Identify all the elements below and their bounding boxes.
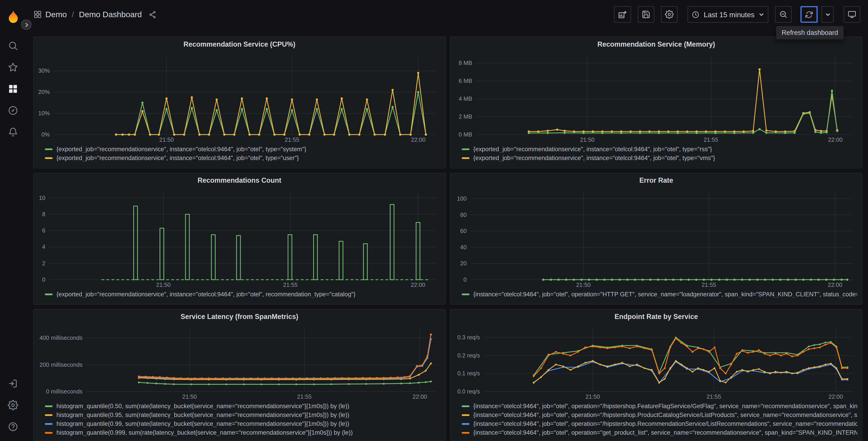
legend-label[interactable]: {exported_job="recommendationservice", i… xyxy=(57,146,306,152)
svg-text:21:50: 21:50 xyxy=(585,393,600,400)
legend-label[interactable]: {exported_job="recommendationservice", i… xyxy=(57,155,299,161)
legend-label[interactable]: histogram_quantile(0.999, sum(rate(laten… xyxy=(57,429,353,436)
svg-text:22:00: 22:00 xyxy=(411,137,425,143)
svg-text:6 MB: 6 MB xyxy=(459,78,472,84)
tv-mode-button[interactable] xyxy=(843,6,860,23)
legend-item: {exported_job="recommendationservice", i… xyxy=(462,153,857,162)
legend-label[interactable]: histogram_quantile(0.99, sum(rate(latenc… xyxy=(57,420,349,427)
svg-text:8: 8 xyxy=(42,211,45,217)
legend-swatch xyxy=(45,432,53,433)
svg-text:22:00: 22:00 xyxy=(828,137,843,143)
svg-text:0.3 req/s: 0.3 req/s xyxy=(457,334,480,341)
legend-swatch xyxy=(462,157,469,159)
svg-text:0 milliseconds: 0 milliseconds xyxy=(46,388,82,394)
panel-service-latency: Service Latency (from SpanMetrics) 0 mil… xyxy=(33,309,446,441)
help-icon[interactable] xyxy=(2,416,24,437)
panel-title[interactable]: Error Rate xyxy=(451,173,862,188)
sidebar-expand-chevron[interactable] xyxy=(21,20,31,30)
search-icon[interactable] xyxy=(2,35,24,56)
panel-title[interactable]: Recommendations Count xyxy=(34,173,445,188)
svg-text:200 milliseconds: 200 milliseconds xyxy=(40,361,83,368)
svg-text:0: 0 xyxy=(463,276,467,283)
share-icon[interactable] xyxy=(149,10,157,19)
svg-text:400 milliseconds: 400 milliseconds xyxy=(40,334,83,341)
alerting-bell-icon[interactable] xyxy=(2,121,24,143)
zoom-out-icon xyxy=(779,10,788,19)
legend-swatch xyxy=(462,423,469,424)
panel-recommendations-count: Recommendations Count 024681021:5021:552… xyxy=(33,173,446,304)
star-icon[interactable] xyxy=(2,57,24,78)
svg-text:0: 0 xyxy=(42,276,45,283)
breadcrumb-separator: / xyxy=(72,10,74,19)
add-panel-icon xyxy=(618,10,627,19)
time-range-label: Last 15 minutes xyxy=(704,10,755,19)
svg-text:0.1 req/s: 0.1 req/s xyxy=(457,371,480,377)
legend-item: histogram_quantile(0.50, sum(rate(latenc… xyxy=(45,402,440,410)
panel-recommendation-cpu: Recommendation Service (CPU%) 0%10%20%30… xyxy=(33,36,446,168)
panel-endpoint-rate: Endpoint Rate by Service 0.0 req/s0.1 re… xyxy=(450,309,863,441)
legend-label[interactable]: {instance="otelcol:9464", job="otel", op… xyxy=(473,291,858,297)
refresh-interval-caret-button[interactable] xyxy=(822,6,834,23)
panel-title[interactable]: Recommendation Service (CPU%) xyxy=(34,37,445,52)
svg-text:2 MB: 2 MB xyxy=(459,113,472,120)
legend-label[interactable]: {instance="otelcol:9464", job="otel", op… xyxy=(473,412,858,418)
legend-item: {instance="otelcol:9464", job="otel", op… xyxy=(462,290,857,298)
svg-text:21:55: 21:55 xyxy=(285,137,299,143)
top-nav: Demo / Demo Dashboard Last 15 minutes xyxy=(26,0,868,29)
legend-label[interactable]: histogram_quantile(0.95, sum(rate(latenc… xyxy=(57,412,349,418)
dashboards-icon[interactable] xyxy=(2,78,24,99)
svg-text:2: 2 xyxy=(42,260,45,266)
svg-text:10%: 10% xyxy=(38,110,50,116)
legend: {exported_job="recommendationservice", i… xyxy=(34,144,445,165)
legend-item: histogram_quantile(0.999, sum(rate(laten… xyxy=(45,428,440,437)
panel-title[interactable]: Service Latency (from SpanMetrics) xyxy=(34,310,445,324)
legend-label[interactable]: {exported_job="recommendationservice", i… xyxy=(473,155,715,161)
bar-chart[interactable]: 024681021:5021:5522:00 xyxy=(34,188,444,288)
legend-swatch xyxy=(462,414,469,416)
time-series-chart[interactable]: 0 MB2 MB4 MB6 MB8 MB21:5021:5522:00 xyxy=(451,52,861,144)
time-series-chart[interactable]: 0 milliseconds200 milliseconds400 millis… xyxy=(34,324,444,401)
sign-in-icon[interactable] xyxy=(2,373,24,394)
time-series-chart[interactable]: 02040608010021:5021:5522:00 xyxy=(451,188,861,288)
legend-swatch xyxy=(462,148,469,150)
explore-compass-icon[interactable] xyxy=(2,99,24,121)
save-icon xyxy=(642,10,651,19)
time-series-chart[interactable]: 0.0 req/s0.1 req/s0.2 req/s0.3 req/s21:5… xyxy=(451,324,861,401)
zoom-out-button[interactable] xyxy=(775,6,792,23)
legend-label[interactable]: {exported_job="recommendationservice", i… xyxy=(473,146,712,152)
svg-text:0 MB: 0 MB xyxy=(459,131,472,138)
breadcrumb-root[interactable]: Demo xyxy=(45,10,67,19)
legend-item: {exported_job="recommendationservice", i… xyxy=(462,145,857,153)
save-dashboard-button[interactable] xyxy=(638,6,654,23)
breadcrumb-current: Demo Dashboard xyxy=(79,10,142,19)
monitor-icon xyxy=(847,10,856,19)
dashboards-grid-icon[interactable] xyxy=(33,10,42,19)
panel-error-rate: Error Rate 02040608010021:5021:5522:00 {… xyxy=(450,173,863,304)
legend-label[interactable]: {instance="otelcol:9464", job="otel", op… xyxy=(473,420,858,427)
add-panel-button[interactable] xyxy=(614,6,631,23)
legend-label[interactable]: {instance="otelcol:9464", job="otel", op… xyxy=(473,403,858,409)
svg-text:21:55: 21:55 xyxy=(297,393,312,400)
legend-label[interactable]: {exported_job="recommendationservice", i… xyxy=(57,291,355,297)
legend-label[interactable]: {instance="otelcol:9464", job="otel", op… xyxy=(473,429,858,436)
svg-text:21:50: 21:50 xyxy=(580,137,594,143)
legend-item: {instance="otelcol:9464", job="otel", op… xyxy=(462,402,857,410)
time-series-chart[interactable]: 0%10%20%30%21:5021:5522:00 xyxy=(34,52,444,144)
refresh-dashboard-button[interactable] xyxy=(801,6,818,23)
svg-text:21:50: 21:50 xyxy=(576,282,591,288)
svg-text:100: 100 xyxy=(457,195,467,202)
grafana-app: Demo / Demo Dashboard Last 15 minutes xyxy=(0,0,868,441)
legend-swatch xyxy=(462,293,469,295)
svg-text:30%: 30% xyxy=(38,67,50,74)
svg-text:4: 4 xyxy=(42,244,45,250)
legend-swatch xyxy=(462,405,469,407)
dashboard-grid: Recommendation Service (CPU%) 0%10%20%30… xyxy=(33,36,863,441)
time-range-picker[interactable]: Last 15 minutes xyxy=(688,6,769,23)
grafana-logo[interactable] xyxy=(2,5,24,27)
dashboard-settings-button[interactable] xyxy=(661,6,678,23)
legend-label[interactable]: histogram_quantile(0.50, sum(rate(latenc… xyxy=(57,403,349,409)
panel-title[interactable]: Endpoint Rate by Service xyxy=(451,310,862,324)
chevron-down-icon xyxy=(758,11,765,18)
legend-item: {instance="otelcol:9464", job="otel", op… xyxy=(462,410,857,419)
settings-gear-icon[interactable] xyxy=(2,394,24,416)
